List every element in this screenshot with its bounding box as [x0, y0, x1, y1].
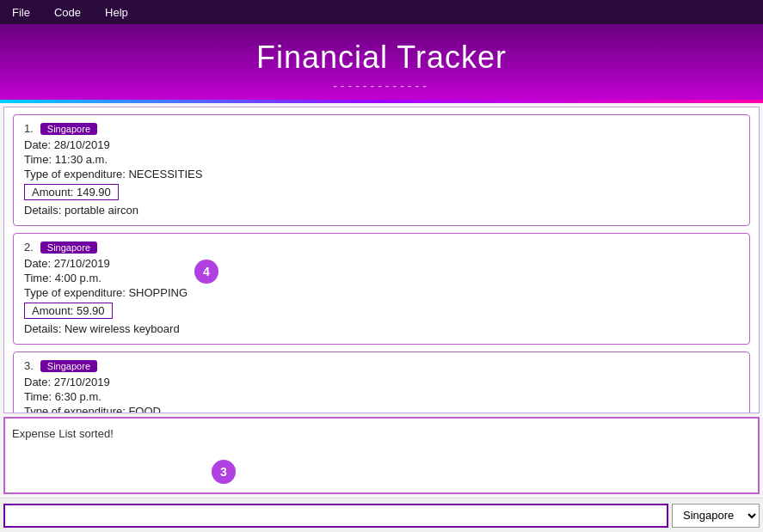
time-2: Time: 4:00 p.m. — [24, 272, 739, 284]
menu-help[interactable]: Help — [100, 4, 133, 21]
item-number-3: 3. — [24, 359, 34, 372]
input-bar: Singapore Malaysia USA UK — [0, 498, 763, 532]
date-3: Date: 27/10/2019 — [24, 376, 739, 388]
date-1: Date: 28/10/2019 — [24, 138, 739, 151]
header-divider: ------------- — [0, 79, 763, 93]
expense-item-2: 2. Singapore Date: 27/10/2019 Time: 4:00… — [13, 233, 750, 345]
menu-file[interactable]: File — [7, 4, 35, 21]
date-2: Date: 27/10/2019 — [24, 257, 739, 270]
location-dropdown[interactable]: Singapore Malaysia USA UK — [673, 504, 759, 527]
tag-3: Singapore — [40, 360, 97, 372]
time-3: Time: 6:30 p.m. — [24, 390, 739, 403]
menu-code[interactable]: Code — [49, 4, 86, 21]
item-number-2: 2. — [24, 241, 34, 254]
expense-header-2: 2. Singapore — [24, 241, 739, 254]
expense-header-1: 1. Singapore — [24, 122, 739, 135]
header: Financial Tracker ------------- — [0, 24, 763, 100]
annotation-bubble-3: 3 — [212, 460, 236, 484]
type-2: Type of expenditure: SHOPPING — [24, 286, 739, 299]
expense-item-1: 1. Singapore Date: 28/10/2019 Time: 11:3… — [13, 114, 750, 226]
dropdown-wrapper: Singapore Malaysia USA UK — [672, 504, 760, 528]
output-area: Expense List sorted! 3 — [3, 417, 760, 494]
details-2: Details: New wireless keyboard — [24, 322, 739, 335]
amount-1: Amount: 149.90 — [24, 184, 119, 200]
output-text: Expense List sorted! — [12, 427, 114, 440]
tag-1: Singapore — [40, 123, 97, 135]
amount-2: Amount: 59.90 — [24, 303, 113, 319]
tag-2: Singapore — [40, 242, 97, 254]
type-3: Type of expenditure: FOOD — [24, 405, 739, 413]
item-number-1: 1. — [24, 122, 34, 135]
menubar: File Code Help — [0, 0, 763, 24]
expense-item-3: 3. Singapore Date: 27/10/2019 Time: 6:30… — [13, 352, 750, 413]
type-1: Type of expenditure: NECESSITIES — [24, 168, 739, 180]
annotation-bubble-4: 4 — [194, 260, 218, 284]
time-1: Time: 11:30 a.m. — [24, 153, 739, 166]
main-content: 1. Singapore Date: 28/10/2019 Time: 11:3… — [0, 103, 763, 532]
details-1: Details: portable aircon — [24, 204, 739, 217]
app-title: Financial Tracker — [0, 40, 763, 76]
expense-list[interactable]: 1. Singapore Date: 28/10/2019 Time: 11:3… — [3, 107, 760, 413]
expense-header-3: 3. Singapore — [24, 359, 739, 372]
text-input[interactable] — [3, 504, 668, 528]
